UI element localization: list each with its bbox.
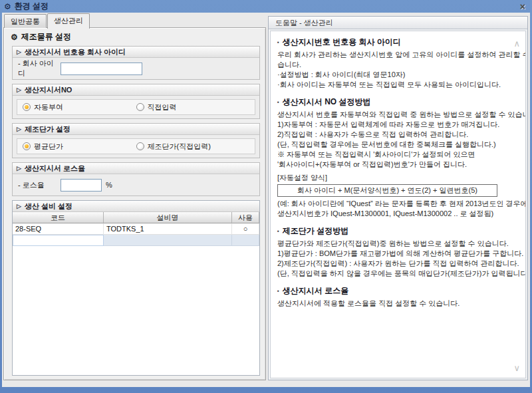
help-text: (단, 직접입력할 경우에는 문서번호에 대한 중복체크를 실행합니다.) — [277, 140, 505, 150]
percent-label: % — [106, 181, 112, 189]
help-text: ·회사 아이디는 자동부여 또는 직접입력 모두 사용되는 아이디입니다. — [277, 80, 505, 90]
number-format-box: 회사 아이디 + M(문서양식번호) + 연도(2) + 일련번호(5) — [277, 184, 497, 197]
group-company-id-header: ▷ 생산지시서 번호용 회사 아이디 — [13, 47, 259, 58]
radio-direct-price[interactable]: 제조단가(직접입력) — [136, 142, 250, 152]
triangle-right-icon: ▷ — [17, 49, 21, 55]
company-id-row: - 회사 아이디 — [17, 61, 255, 76]
help-content: ∧ ∨ ▪ 생산지시번호 번호용 회사 아이디 우리 회사가 관리하는 생산지시… — [270, 31, 526, 378]
group-loss-rate: ▷ 생산지시서 로스율 - 로스율 % — [12, 162, 260, 196]
help-heading-text: 제조단가 설정방법 — [283, 226, 348, 236]
loss-rate-input[interactable] — [61, 179, 102, 192]
radio-average-price-label: 평균단가 — [34, 142, 63, 152]
radio-manual-entry[interactable]: 직접입력 — [136, 102, 250, 112]
help-text: 2)직접입력 : 사용자가 수동으로 직접 입력하여 관리합니다. — [277, 130, 505, 140]
company-id-input[interactable] — [61, 63, 142, 75]
help-text: 평균단가와 제조단가(직접입력)중 원하는 방법으로 설정할 수 있습니다. — [277, 239, 505, 249]
help-text: 생산지시번호가 IQuest-M1300001, IQuest-M1300002… — [277, 209, 505, 219]
group-unit-price: ▷ 제조단가 설정 평균단가 제조단가(직접입력) — [12, 123, 260, 158]
dialog-body: 일반공통 생산관리 ⚙ 제조물류 설정 ▷ 생산지시서 번호용 회사 아이디 -… — [2, 13, 530, 387]
radio-unselected-icon[interactable] — [136, 142, 144, 150]
group-company-id: ▷ 생산지시서 번호용 회사 아이디 - 회사 아이디 — [12, 46, 260, 80]
bullet-icon: ▪ — [277, 289, 279, 294]
help-text: 1)자동부여 : 자동문서 입력체계에 따라 자동으로 번호가 매겨집니다. — [277, 120, 505, 130]
settings-dialog: ⚙ 환경 설정 × 일반공통 생산관리 ⚙ 제조물류 설정 ▷ 생산지시서 번호… — [0, 0, 532, 393]
order-no-options: 자동부여 직접입력 — [17, 99, 255, 115]
table-row[interactable]: 28-SEQ TODTKS_1 ○ — [13, 223, 259, 235]
tab-general[interactable]: 일반공통 — [4, 14, 47, 28]
triangle-right-icon: ▷ — [17, 87, 21, 93]
bullet-icon: ▪ — [277, 100, 279, 105]
radio-direct-price-label: 제조단가(직접입력) — [148, 142, 211, 152]
radio-manual-entry-label: 직접입력 — [148, 102, 177, 112]
tab-strip: 일반공통 생산관리 — [4, 15, 90, 28]
group-equipment: ▷ 생산 설비 설정 코드 설비명 사용 28-SEQ TODTKS_1 ○ — [12, 200, 260, 376]
help-text: 습니다. — [277, 60, 505, 70]
radio-selected-icon[interactable] — [23, 142, 31, 150]
help-heading-text: 생산지시번호 번호용 회사 아이디 — [283, 37, 401, 47]
company-id-label: - 회사 아이디 — [17, 59, 61, 78]
help-text: (예: 회사 아이디란에 “IQuest” 라는 문자를 등록한 후 현재 20… — [277, 199, 505, 209]
scroll-up-icon[interactable]: ∧ — [513, 39, 520, 48]
format-label: [자동설정 양식] — [277, 173, 505, 183]
triangle-right-icon: ▷ — [17, 126, 21, 132]
new-row-code-cell[interactable] — [13, 235, 104, 246]
help-text: '회사아이디+(자동부여 or 직접입력)번호'가 만들어 집니다. — [277, 160, 505, 170]
help-heading-unit-price: ▪ 제조단가 설정방법 — [277, 226, 505, 236]
group-unit-price-header: ▷ 제조단가 설정 — [13, 124, 259, 135]
cell-code[interactable]: 28-SEQ — [13, 223, 104, 235]
radio-selected-icon[interactable] — [23, 103, 31, 111]
column-header-name[interactable]: 설비명 — [104, 212, 232, 223]
new-row-name-cell[interactable] — [104, 235, 232, 246]
group-loss-rate-title: 생산지시서 로스율 — [25, 164, 85, 174]
help-text: (단, 직접입력을 하지 않을 경우에는 품목의 매입단가(제조단가)가 입력됩… — [277, 269, 505, 279]
group-order-no-title: 생산지시서NO — [25, 85, 72, 95]
group-order-no: ▷ 생산지시서NO 자동부여 직접입력 — [12, 84, 260, 119]
title-bar: ⚙ 환경 설정 × — [0, 0, 532, 13]
help-text: 1)평균단가 : BOM단가를 재고평가법에 의해 계산하여 평균단가를 구합니… — [277, 249, 505, 259]
triangle-right-icon: ▷ — [17, 166, 21, 172]
group-unit-price-title: 제조단가 설정 — [25, 124, 70, 134]
column-header-use[interactable]: 사용 — [232, 212, 259, 223]
bullet-icon: ▪ — [277, 229, 279, 234]
help-text: ※ 자동부여 또는 직접입력시 '회사아이디'가 설정되어 있으면 — [277, 150, 505, 160]
help-heading-company-id: ▪ 생산지시번호 번호용 회사 아이디 — [277, 37, 505, 47]
bullet-icon: ▪ — [277, 40, 279, 45]
help-heading-order-no: ▪ 생산지시서 NO 설정방법 — [277, 97, 505, 107]
help-heading-text: 생산지시서 로스율 — [283, 286, 348, 296]
group-equipment-header: ▷ 생산 설비 설정 — [13, 201, 259, 212]
tab-production[interactable]: 생산관리 — [47, 13, 90, 29]
scroll-down-icon[interactable]: ∨ — [513, 364, 520, 372]
gear-icon: ⚙ — [4, 3, 11, 11]
radio-unselected-icon[interactable] — [136, 103, 144, 111]
gear-icon: ⚙ — [11, 33, 18, 41]
help-heading-text: 생산지시서 NO 설정방법 — [283, 97, 371, 107]
triangle-right-icon: ▷ — [17, 203, 21, 209]
unit-price-options: 평균단가 제조단가(직접입력) — [17, 138, 255, 154]
table-empty-area[interactable] — [13, 246, 259, 375]
help-text: 우리 회사가 관리하는 생산지시번호 앞에 고유의 아이디를 설정하여 관리할 … — [277, 50, 505, 60]
cell-use[interactable]: ○ — [232, 223, 259, 235]
column-header-code[interactable]: 코드 — [13, 212, 104, 223]
help-text: 생산지시서에 적용할 로스율을 직접 설정할 수 있습니다. — [277, 299, 505, 309]
help-text: 2)제조단가(직접입력) : 사용자가 원하는 단가를 직접 입력하여 관리합니… — [277, 259, 505, 269]
group-equipment-title: 생산 설비 설정 — [25, 201, 72, 211]
close-icon[interactable]: × — [517, 2, 528, 11]
radio-average-price[interactable]: 평균단가 — [23, 142, 136, 152]
equipment-table-header: 코드 설비명 사용 — [13, 212, 259, 223]
help-text: ·설정방법 : 회사 아이디(최대 영문10자) — [277, 70, 505, 80]
loss-rate-label: - 로스율 — [17, 180, 61, 190]
table-new-row[interactable] — [13, 235, 259, 246]
group-order-no-header: ▷ 생산지시서NO — [13, 84, 259, 96]
section-title-row: ⚙ 제조물류 설정 — [11, 31, 261, 43]
radio-auto-assign[interactable]: 자동부여 — [23, 102, 136, 112]
window-title: 환경 설정 — [15, 1, 49, 12]
equipment-table: 코드 설비명 사용 28-SEQ TODTKS_1 ○ — [13, 212, 259, 375]
loss-rate-row: - 로스율 % — [17, 178, 255, 192]
group-loss-rate-header: ▷ 생산지시서 로스율 — [13, 163, 259, 174]
cell-name[interactable]: TODTKS_1 — [104, 223, 232, 235]
help-heading-loss-rate: ▪ 생산지시서 로스율 — [277, 286, 505, 296]
new-row-use-cell[interactable] — [232, 235, 259, 246]
help-panel: 도움말 - 생산관리 ∧ ∨ ▪ 생산지시번호 번호용 회사 아이디 우리 회사… — [268, 16, 528, 380]
production-tab-page: ⚙ 제조물류 설정 ▷ 생산지시서 번호용 회사 아이디 - 회사 아이디 — [3, 27, 266, 380]
help-panel-title: 도움말 - 생산관리 — [269, 17, 527, 29]
